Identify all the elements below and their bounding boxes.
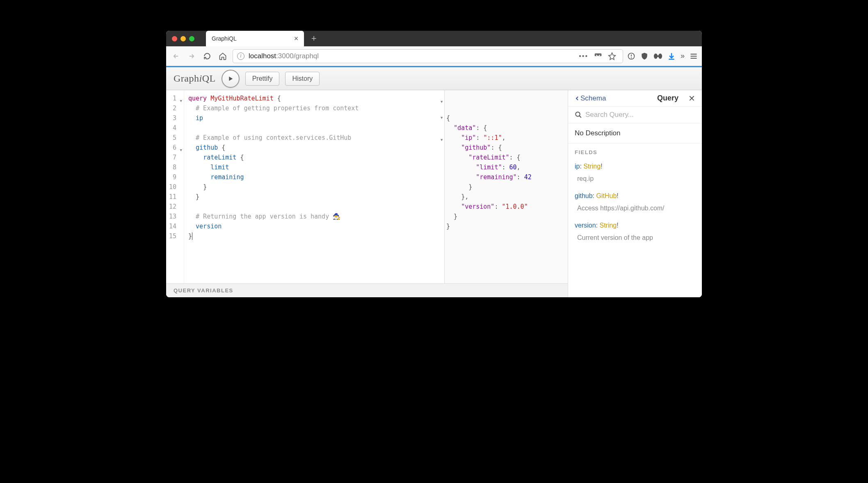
field-type-link[interactable]: String — [599, 222, 617, 229]
tab-title: GraphiQL — [212, 35, 237, 42]
svg-point-3 — [631, 57, 632, 58]
docs-field-entry: version: String! — [568, 218, 702, 232]
graphiql-toolbar: GraphiQL Prettify History — [166, 67, 702, 90]
docs-field-entry: ip: String! — [568, 159, 702, 173]
back-icon — [170, 50, 182, 62]
overflow-icon[interactable]: » — [681, 52, 685, 60]
field-description: Access https://api.github.com/ — [568, 202, 702, 218]
search-icon — [575, 111, 582, 118]
site-info-icon[interactable]: i — [237, 52, 244, 60]
window-close-icon[interactable] — [172, 36, 177, 41]
svg-point-10 — [576, 112, 580, 116]
field-type-link[interactable]: GitHub — [596, 192, 617, 199]
execute-button[interactable] — [222, 70, 240, 88]
window-minimize-icon[interactable] — [180, 36, 186, 41]
editor-area: 1▼ 2 3 4 5 6▼ 7 8 9 10 11 12 13 14 — [166, 90, 568, 297]
query-variables-bar[interactable]: QUERY VARIABLES — [166, 283, 568, 297]
content: 1▼ 2 3 4 5 6▼ 7 8 9 10 11 12 13 14 — [166, 90, 702, 297]
result-pane[interactable]: ▼ ▼ ▼ { "data": { "ip": "::1", "github":… — [445, 90, 568, 283]
tab-close-icon[interactable]: × — [294, 34, 299, 43]
home-icon[interactable] — [217, 50, 228, 62]
urlbar: i localhost:3000/graphql ••• — [166, 46, 702, 66]
field-name-link[interactable]: version — [575, 222, 596, 229]
field-name-link[interactable]: github — [575, 192, 593, 199]
browser-window: GraphiQL × + i localhost:3000/graphql ••… — [166, 31, 702, 297]
menu-icon[interactable] — [690, 52, 698, 60]
url-text: localhost:3000/graphql — [249, 52, 319, 60]
pocket-icon[interactable] — [594, 52, 602, 60]
toolbar-right-icons: » — [627, 52, 698, 60]
result-fold-markers: ▼ ▼ ▼ — [441, 97, 443, 145]
field-description: req.ip — [568, 173, 702, 188]
docs-back-button[interactable]: Schema — [575, 94, 606, 103]
graphiql-logo: GraphiQL — [174, 73, 216, 84]
docs-fields-label: FIELDS — [568, 144, 702, 159]
query-code[interactable]: query MyGitHubRateLimit { # Example of g… — [184, 90, 444, 283]
docs-search-input[interactable] — [585, 111, 695, 119]
docs-close-icon[interactable]: ✕ — [688, 93, 695, 103]
svg-rect-0 — [595, 53, 602, 56]
reload-icon[interactable] — [201, 50, 213, 62]
docs-panel: Schema Query ✕ No Description FIELDS ip:… — [568, 90, 702, 297]
browser-tab[interactable]: GraphiQL × — [206, 31, 304, 46]
extension-icon-3[interactable] — [653, 53, 662, 59]
docs-description: No Description — [568, 123, 702, 144]
forward-icon — [186, 50, 197, 62]
docs-search — [568, 107, 702, 123]
extension-icon-1[interactable] — [627, 52, 635, 60]
extension-icon-2[interactable] — [640, 52, 649, 60]
url-actions: ••• — [579, 52, 619, 60]
field-name-link[interactable]: ip — [575, 163, 580, 170]
editor-main: 1▼ 2 3 4 5 6▼ 7 8 9 10 11 12 13 14 — [166, 90, 568, 283]
result-code: { "data": { "ip": "::1", "github": { "ra… — [446, 113, 564, 231]
svg-line-11 — [579, 116, 581, 118]
docs-header: Schema Query ✕ — [568, 90, 702, 107]
page-actions-icon[interactable]: ••• — [579, 52, 588, 60]
docs-field-entry: github: GitHub! — [568, 188, 702, 202]
fold-icon[interactable]: ▼ — [441, 135, 443, 145]
prettify-button[interactable]: Prettify — [245, 72, 280, 86]
docs-title: Query — [608, 94, 686, 103]
window-maximize-icon[interactable] — [189, 36, 194, 41]
titlebar: GraphiQL × + — [166, 31, 702, 46]
traffic-lights — [172, 36, 194, 41]
svg-rect-6 — [656, 55, 661, 57]
fold-icon[interactable]: ▼ — [441, 97, 443, 107]
history-button[interactable]: History — [285, 72, 320, 86]
field-description: Current version of the app — [568, 232, 702, 247]
field-type-link[interactable]: String — [583, 163, 601, 170]
query-editor[interactable]: 1▼ 2 3 4 5 6▼ 7 8 9 10 11 12 13 14 — [166, 90, 445, 283]
bookmark-star-icon[interactable] — [608, 52, 616, 60]
url-input[interactable]: i localhost:3000/graphql ••• — [233, 49, 623, 63]
fold-icon[interactable]: ▼ — [441, 113, 443, 123]
download-icon[interactable] — [667, 52, 676, 60]
line-gutter: 1▼ 2 3 4 5 6▼ 7 8 9 10 11 12 13 14 — [166, 90, 184, 283]
new-tab-button[interactable]: + — [307, 32, 320, 45]
